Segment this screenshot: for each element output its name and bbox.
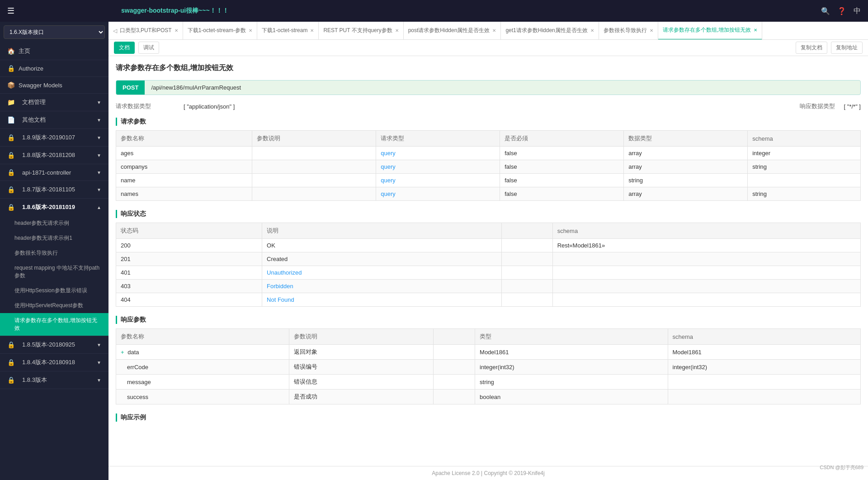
table-row: 401 Unauthorized (116, 266, 861, 280)
sidebar-item-other-docs[interactable]: 📄 其他文档 ▼ (0, 111, 108, 128)
resp-param-desc: 错误信息 (289, 375, 434, 390)
sidebar-item-v186[interactable]: 🔒 1.8.6版本-20181019 ▲ (0, 199, 108, 216)
tab-2[interactable]: 下载1-octet-stream-参数 ✕ (183, 22, 257, 40)
sidebar-group-v186: 🔒 1.8.6版本-20181019 ▲ header参数无请求示例 heade… (0, 199, 108, 336)
tab-1[interactable]: ◁ 口类型3,PUT和POST ✕ (108, 22, 183, 40)
th-status-extra (501, 223, 552, 239)
response-example-title: 响应示例 (116, 413, 861, 422)
table-row: companys query false array string (116, 160, 861, 174)
tab-6[interactable]: get1请求参数Hidden属性是否生效 ✕ (501, 22, 599, 40)
request-params-section: 请求参数 参数名称 参数说明 请求类型 是否必须 数据类型 schema (116, 118, 861, 201)
response-params-table: 参数名称 参数说明 类型 schema + data (116, 328, 861, 404)
tab-doc-btn[interactable]: 文档 (114, 42, 135, 54)
sidebar-item-v183[interactable]: 🔒 1.8.3版本 ▼ (0, 371, 108, 389)
sidebar-sub-header-no-req[interactable]: header参数无请求示例 (0, 216, 108, 231)
request-params-title: 请求参数 (116, 118, 861, 126)
help-icon[interactable]: ❓ (837, 7, 846, 15)
chevron-down-icon-other: ▼ (97, 118, 101, 123)
th-resp-extra (434, 329, 475, 345)
sidebar-item-v188[interactable]: 🔒 1.8.8版本-20181208 ▼ (0, 147, 108, 164)
resp-param-type: Model1861 (475, 345, 668, 360)
tab-debug-btn[interactable]: 调试 (138, 42, 159, 54)
csdn-badge: CSDN @彭于亮689 (820, 464, 863, 471)
language-icon[interactable]: 中 (854, 6, 861, 16)
resp-param-type: integer(int32) (475, 360, 668, 375)
tab-7[interactable]: 参数很长导致执行 ✕ (599, 22, 658, 40)
param-req-type: query (376, 187, 500, 201)
doc-toolbar: 文档 调试 复制文档 复制地址 (108, 40, 868, 56)
chevron-up-icon-v186: ▲ (97, 205, 101, 210)
response-type-value: [ "*/*" ] (844, 103, 861, 110)
sidebar-item-v185[interactable]: 🔒 1.8.5版本-20180925 ▼ (0, 336, 108, 353)
sidebar-group-v183: 🔒 1.8.3版本 ▼ (0, 371, 108, 389)
param-name: ages (116, 147, 252, 160)
param-schema (748, 174, 861, 187)
lock-icon-v185: 🔒 (7, 341, 15, 348)
status-extra (501, 280, 552, 293)
param-name: name (116, 174, 252, 187)
param-data-type: array (624, 160, 748, 174)
copy-addr-btn[interactable]: 复制地址 (831, 42, 863, 54)
param-req-type: query (376, 174, 500, 187)
table-row: message 错误信息 string (116, 375, 861, 390)
th-resp-desc: 参数说明 (289, 329, 434, 345)
lock-icon-v188: 🔒 (7, 152, 15, 159)
footer: Apache License 2.0 | Copyright © 2019-Kn… (108, 466, 868, 480)
tab-5[interactable]: post请求参数Hidden属性是否生效 ✕ (404, 22, 501, 40)
status-extra (501, 293, 552, 307)
tab-close-8[interactable]: ✕ (754, 28, 757, 33)
param-name: companys (116, 160, 252, 174)
sidebar-sub-httpsession[interactable]: 使用HttpSession参数显示错误 (0, 283, 108, 298)
table-row: errCode 错误编号 integer(int32) integer(int3… (116, 360, 861, 375)
sidebar-item-api1871[interactable]: 🔒 api-1871-controller ▼ (0, 164, 108, 181)
param-desc (252, 160, 376, 174)
param-required: false (500, 187, 624, 201)
th-status-schema: schema (552, 223, 860, 239)
doc-title: 请求参数存在多个数组,增加按钮无效 (116, 63, 861, 73)
tab-close-3[interactable]: ✕ (310, 28, 314, 33)
sidebar-sub-request-mapping[interactable]: request mapping 中地址不支持path参数 (0, 261, 108, 283)
copy-doc-btn[interactable]: 复制文档 (796, 42, 827, 54)
status-code: 403 (116, 280, 262, 293)
chevron-right-icon-v187: ▼ (97, 187, 101, 192)
lock-icon: 🔒 (7, 65, 15, 72)
chevron-right-icon-v188: ▼ (97, 153, 101, 158)
method-bar: POST /api/new186/mulArrParamRequest (116, 80, 861, 95)
sidebar-sub-httpservlet[interactable]: 使用HttpServletRequest参数 (0, 298, 108, 313)
version-select[interactable]: 1.6.X版本接口 (4, 25, 105, 39)
sidebar-item-home[interactable]: 🏠 主页 (0, 43, 108, 60)
sidebar-item-v187[interactable]: 🔒 1.8.7版本-20181105 ▼ (0, 181, 108, 198)
sidebar-item-v189[interactable]: 🔒 1.8.9版本-20190107 ▼ (0, 129, 108, 146)
th-required: 是否必须 (500, 131, 624, 147)
resp-param-desc: 错误编号 (289, 360, 434, 375)
tab-close-2[interactable]: ✕ (249, 28, 252, 33)
sidebar-sub-multi-arr[interactable]: 请求参数存在多个数组,增加按钮无效 (0, 313, 108, 336)
tab-close-1[interactable]: ✕ (175, 28, 178, 33)
tab-close-4[interactable]: ✕ (395, 28, 399, 33)
tab-4[interactable]: REST PUT 不支持query参数 ✕ (319, 22, 403, 40)
sidebar-item-doc-management[interactable]: 📁 文档管理 ▼ (0, 94, 108, 111)
response-status-table: 状态码 说明 schema 200 OK Rest«Mode (116, 223, 861, 307)
chevron-right-icon-v185: ▼ (97, 342, 101, 347)
search-icon[interactable]: 🔍 (821, 7, 830, 15)
param-required: false (500, 174, 624, 187)
tab-3[interactable]: 下载1-octet-stream ✕ (257, 22, 319, 40)
sidebar-item-authorize[interactable]: 🔒 Authorize (0, 60, 108, 76)
lock-icon-v184: 🔒 (7, 359, 15, 366)
sidebar-item-swagger-models[interactable]: 📦 Swagger Models (0, 77, 108, 93)
doc-icon: 📄 (7, 116, 15, 124)
sidebar-sub-header-no-req1[interactable]: header参数无请求示例1 (0, 231, 108, 246)
table-row: 403 Forbidden (116, 280, 861, 293)
tab-close-6[interactable]: ✕ (590, 28, 594, 33)
resp-param-extra (434, 345, 475, 360)
sidebar-item-v184[interactable]: 🔒 1.8.4版本-20180918 ▼ (0, 354, 108, 371)
tab-8[interactable]: 请求参数存在多个数组,增加按钮无效 ✕ (658, 22, 762, 40)
th-param-desc: 参数说明 (252, 131, 376, 147)
status-schema: Rest«Model1861» (552, 239, 860, 252)
param-data-type: array (624, 187, 748, 201)
home-icon: 🏠 (7, 48, 15, 55)
sidebar-sub-params-long[interactable]: 参数很长导致执行 (0, 246, 108, 261)
tab-close-7[interactable]: ✕ (650, 28, 653, 33)
tab-close-5[interactable]: ✕ (492, 28, 496, 33)
chevron-right-icon-v189: ▼ (97, 135, 101, 140)
